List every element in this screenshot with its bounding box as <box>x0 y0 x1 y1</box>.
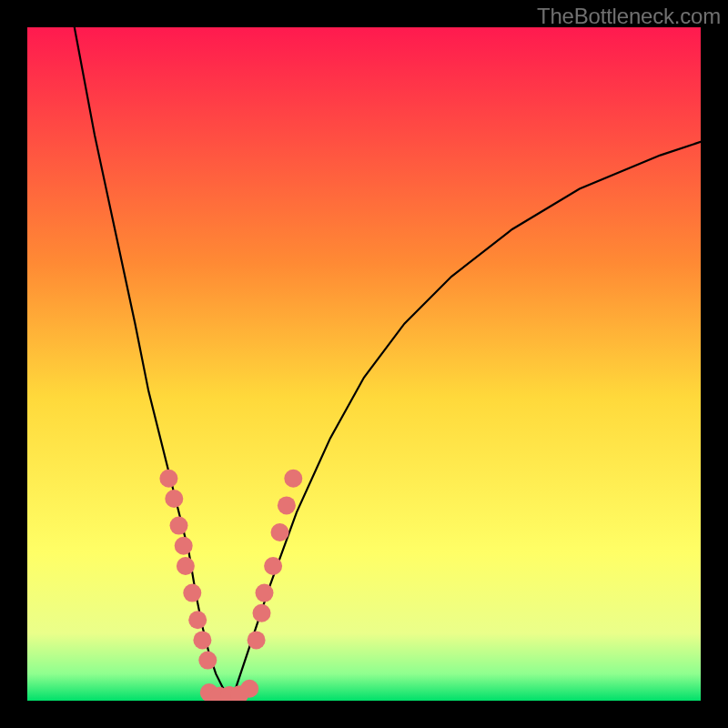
data-marker-bottom <box>240 680 258 698</box>
chart-frame: TheBottleneck.com <box>0 0 728 728</box>
data-marker-left <box>170 517 188 535</box>
data-marker-right <box>284 470 302 488</box>
data-marker-left <box>175 537 193 555</box>
data-marker-right <box>256 584 274 602</box>
data-marker-left <box>183 584 201 602</box>
data-marker-left <box>193 631 211 649</box>
data-marker-left <box>188 611 207 629</box>
data-marker-left <box>165 490 183 508</box>
data-marker-right <box>253 604 271 622</box>
data-marker-left <box>177 557 195 575</box>
plot-area <box>27 27 701 701</box>
data-marker-right <box>264 557 282 575</box>
gradient-background <box>27 27 701 701</box>
data-marker-right <box>271 523 289 541</box>
bottleneck-curve-chart <box>27 27 701 701</box>
attribution-label: TheBottleneck.com <box>537 4 721 29</box>
data-marker-right <box>248 631 266 649</box>
data-marker-right <box>278 496 296 514</box>
data-marker-left <box>159 470 177 488</box>
data-marker-left <box>198 652 217 670</box>
